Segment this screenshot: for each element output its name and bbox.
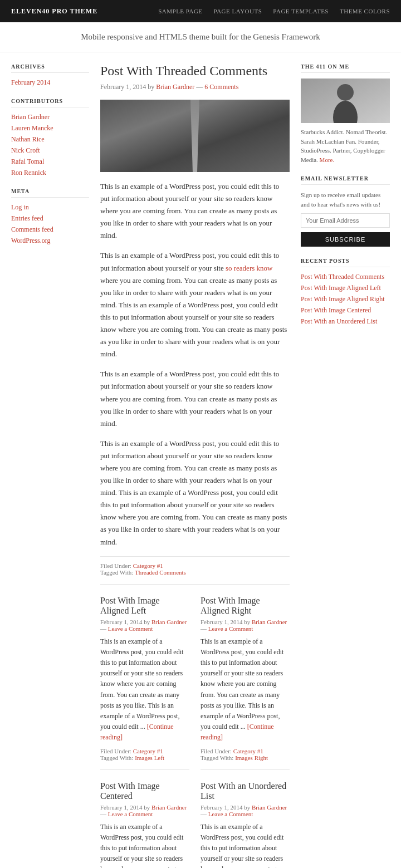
list-item: Nathan Rice [11, 135, 89, 144]
list-item: Brian Gardner [11, 113, 89, 121]
archive-post-link-0[interactable]: Post With Image Aligned Left [100, 596, 160, 615]
contributor-nathan[interactable]: Nathan Rice [11, 135, 45, 143]
archive-post-1: Post With Image Aligned Right February 1… [200, 596, 290, 770]
recent-post-4[interactable]: Post With an Unordered List [301, 317, 377, 325]
meta-widget: META Log in Entries feed Comments feed W… [11, 188, 89, 245]
recent-post-1[interactable]: Post With Image Aligned Left [301, 284, 381, 292]
tag-link[interactable]: Threaded Comments [135, 569, 186, 576]
recent-posts-widget: RECENT POSTS Post With Threaded Comments… [301, 258, 390, 326]
meta-title: META [11, 188, 89, 198]
svg-point-2 [337, 84, 354, 101]
list-item: Ron Rennick [11, 169, 89, 177]
archive-comment-2[interactable]: Leave a Comment [108, 811, 153, 817]
avatar [301, 79, 390, 123]
post-paragraph-4: This is an example of a WordPress post, … [100, 438, 290, 548]
list-item: Entries feed [11, 214, 89, 223]
email-description: Sign up to receive email updates and to … [301, 190, 390, 209]
contributors-title: CONTRIBUTORS [11, 98, 89, 107]
archive-comment-1[interactable]: Leave a Comment [208, 625, 253, 632]
avatar-svg [301, 79, 390, 123]
archive-cat-0[interactable]: Category #1 [133, 748, 163, 754]
list-item: Post With Threaded Comments [301, 273, 390, 281]
archive-author-1[interactable]: Brian Gardner [252, 619, 287, 625]
recent-post-0[interactable]: Post With Threaded Comments [301, 273, 384, 281]
list-item: Nick Croft [11, 146, 89, 155]
post-author[interactable]: Brian Gardner [156, 83, 194, 91]
meta-wordpress[interactable]: WordPress.org [11, 237, 50, 244]
archives-feb2014[interactable]: February 2014 [11, 79, 50, 86]
nav-page-templates[interactable]: PAGE TEMPLATES [273, 8, 329, 14]
archive-post-link-2[interactable]: Post With Image Centered [100, 781, 160, 801]
nav-page-layouts[interactable]: PAGE LAYOUTS [214, 8, 262, 14]
archive-post-title-3: Post With an Unordered List [200, 781, 290, 801]
contributor-rafal[interactable]: Rafal Tomal [11, 158, 44, 165]
post-title: Post With Threaded Comments [100, 63, 290, 79]
archives-title: ARCHIVES [11, 63, 89, 73]
archive-post-meta-0: February 1, 2014 by Brian Gardner— Leave… [100, 619, 189, 632]
archive-post-title-1: Post With Image Aligned Right [200, 596, 290, 616]
archive-author-2[interactable]: Brian Gardner [151, 804, 187, 811]
main-post: Post With Threaded Comments February 1, … [100, 63, 290, 576]
list-item: Rafal Tomal [11, 158, 89, 166]
archive-tag-1[interactable]: Images Right [235, 754, 268, 761]
category-link[interactable]: Category #1 [133, 562, 163, 569]
archive-post-content-2: This is an example of a WordPress post, … [100, 822, 189, 869]
list-item: Post With an Unordered List [301, 317, 390, 326]
recent-post-3[interactable]: Post With Image Centered [301, 306, 371, 314]
recent-post-2[interactable]: Post With Image Aligned Right [301, 295, 385, 303]
contributor-lauren[interactable]: Lauren Mancke [11, 124, 53, 132]
archive-post-2: Post With Image Centered February 1, 201… [100, 781, 189, 869]
sidebar-right: THE 411 ON ME [301, 63, 390, 868]
post-filed-under: Filed Under: Category #1 [100, 562, 290, 569]
archive-author-3[interactable]: Brian Gardner [252, 804, 287, 811]
post-footer: Filed Under: Category #1 Tagged With: Th… [100, 556, 290, 576]
list-item: Post With Image Aligned Right [301, 295, 390, 303]
archive-cat-1[interactable]: Category #1 [233, 748, 263, 754]
site-tagline: Mobile responsive and HTML5 theme built … [0, 22, 401, 52]
archive-post-link-3[interactable]: Post With an Unordered List [200, 781, 286, 801]
nav-sample-page[interactable]: SAMPLE PAGE [158, 8, 202, 14]
archives-list: February 2014 [11, 79, 89, 87]
bio-more-link[interactable]: More. [320, 156, 335, 163]
list-item: Comments feed [11, 225, 89, 234]
contributors-list: Brian Gardner Lauren Mancke Nathan Rice … [11, 113, 89, 177]
list-item: February 2014 [11, 79, 89, 87]
archive-tag-0[interactable]: Images Left [135, 754, 164, 761]
contributor-nick[interactable]: Nick Croft [11, 146, 40, 154]
meta-login[interactable]: Log in [11, 203, 29, 211]
archive-post-content-1: This is an example of a WordPress post, … [200, 636, 290, 743]
archive-post-title-0: Post With Image Aligned Left [100, 596, 189, 616]
site-title: ELEVEN40 PRO THEME [11, 7, 97, 16]
archive-author-0[interactable]: Brian Gardner [151, 619, 187, 625]
meta-list: Log in Entries feed Comments feed WordPr… [11, 203, 89, 245]
archive-post-meta-1: February 1, 2014 by Brian Gardner— Leave… [200, 619, 290, 632]
subscribe-button[interactable]: SUBSCRIBE [301, 232, 390, 247]
post-paragraph-3: This is an example of a WordPress post, … [100, 368, 290, 429]
post-meta: February 1, 2014 by Brian Gardner — 6 Co… [100, 83, 290, 91]
nav-theme-colors[interactable]: THEME COLORS [340, 8, 390, 14]
archive-post-0: Post With Image Aligned Left February 1,… [100, 596, 189, 770]
inline-link[interactable]: so readers know [226, 264, 272, 272]
list-item: Lauren Mancke [11, 124, 89, 133]
archive-post-footer-1: Filed Under: Category #1 Tagged With: Im… [200, 748, 290, 761]
post-featured-image [100, 100, 290, 172]
list-item: WordPress.org [11, 237, 89, 245]
post-content: This is an example of a WordPress post, … [100, 180, 290, 548]
meta-entries-feed[interactable]: Entries feed [11, 214, 43, 222]
archive-grid: Post With Image Aligned Left February 1,… [100, 596, 290, 868]
archive-comment-3[interactable]: Leave a Comment [208, 811, 253, 817]
archive-post-link-1[interactable]: Post With Image Aligned Right [200, 596, 260, 615]
email-newsletter-title: EMAIL NEWSLETTER [301, 175, 390, 185]
post-comments-link[interactable]: 6 Comments [204, 83, 238, 91]
archive-post-meta-3: February 1, 2014 by Brian Gardner— Leave… [200, 804, 290, 817]
contributor-brian[interactable]: Brian Gardner [11, 113, 50, 121]
email-input[interactable] [301, 213, 390, 228]
contributor-ron[interactable]: Ron Rennick [11, 169, 46, 176]
sidebar-left: ARCHIVES February 2014 CONTRIBUTORS Bria… [11, 63, 89, 868]
recent-posts-list: Post With Threaded Comments Post With Im… [301, 273, 390, 326]
archive-post-meta-2: February 1, 2014 by Brian Gardner— Leave… [100, 804, 189, 817]
post-paragraph-1: This is an example of a WordPress post, … [100, 180, 290, 242]
meta-comments-feed[interactable]: Comments feed [11, 225, 53, 233]
archive-comment-0[interactable]: Leave a Comment [108, 625, 153, 632]
archive-post-title-2: Post With Image Centered [100, 781, 189, 801]
